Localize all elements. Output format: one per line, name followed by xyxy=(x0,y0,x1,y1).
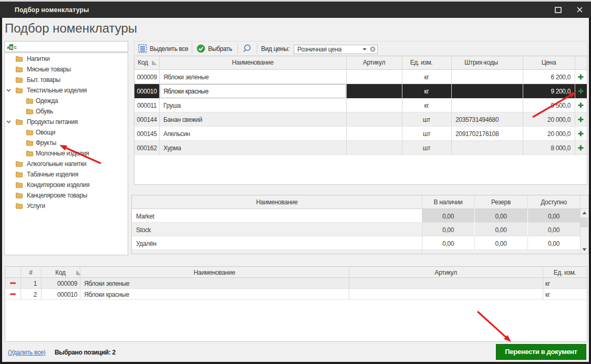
svg-text:C: C xyxy=(14,46,17,49)
svg-text:B: B xyxy=(10,46,13,49)
svg-text:A: A xyxy=(7,46,9,49)
